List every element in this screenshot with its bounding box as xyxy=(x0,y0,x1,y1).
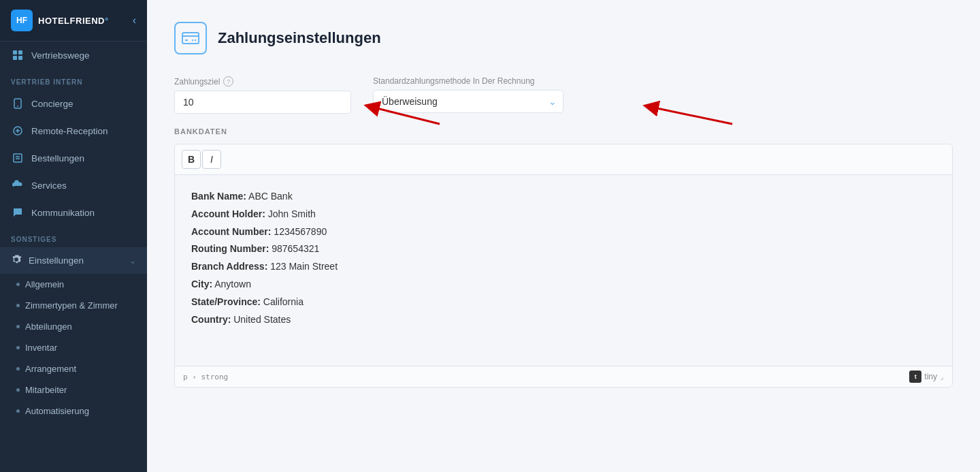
routing-number-line: Routing Number: 987654321 xyxy=(191,241,936,257)
sidebar-item-remote-label: Remote-Reception xyxy=(31,126,108,136)
routing-number-label: Routing Number: xyxy=(191,243,269,254)
city-line: City: Anytown xyxy=(191,277,936,293)
sub-inventar-label: Inventar xyxy=(25,343,57,353)
dot-icon xyxy=(16,388,20,392)
state-value: California xyxy=(263,296,304,307)
sidebar-sub-automatisierung[interactable]: Automatisierung xyxy=(0,400,147,422)
rte-footer: p › strong t tiny ⌟ xyxy=(175,366,952,387)
sub-automatisierung-label: Automatisierung xyxy=(25,406,89,416)
grid-icon xyxy=(11,48,24,62)
zahlungsmethode-group: Standardzahlungsmethode In Der Rechnung … xyxy=(373,76,564,114)
zahlungsziel-input[interactable] xyxy=(174,91,351,114)
bankdaten-label: BANKDATEN xyxy=(174,127,953,136)
sidebar-item-vertriebswege-label: Vertriebswege xyxy=(31,50,90,61)
branch-address-value: 123 Main Street xyxy=(270,261,338,272)
sub-allgemein-label: Allgemein xyxy=(25,279,64,289)
sidebar-item-kommunikation[interactable]: Kommunikation xyxy=(0,199,147,226)
remote-icon xyxy=(11,124,24,138)
dot-icon xyxy=(16,304,20,307)
logo-text: HOTELFRIEND° xyxy=(38,16,109,26)
list-icon xyxy=(11,151,24,165)
sub-zimmertypen-label: Zimmertypen & Zimmer xyxy=(25,300,118,311)
account-number-label: Account Number: xyxy=(191,226,271,237)
back-button[interactable]: ‹ xyxy=(133,14,136,27)
state-line: State/Province: California xyxy=(191,294,936,311)
sidebar-sub-inventar[interactable]: Inventar xyxy=(0,337,147,358)
sidebar-sub-arrangement[interactable]: Arrangement xyxy=(0,358,147,379)
dot-icon xyxy=(16,325,20,328)
page-title: Zahlungseinstellungen xyxy=(218,29,381,47)
sidebar-item-bestellungen[interactable]: Bestellungen xyxy=(0,144,147,172)
svg-rect-3 xyxy=(18,56,22,60)
zahlungsziel-info-icon[interactable]: ? xyxy=(223,76,233,86)
account-holder-value: John Smith xyxy=(268,208,316,219)
form-row-main: Zahlungsziel ? Standardzahlungsmethode I… xyxy=(174,76,953,114)
rte-path: p › strong xyxy=(183,373,228,381)
sidebar-sub-allgemein[interactable]: Allgemein xyxy=(0,274,147,295)
cloud-icon xyxy=(11,178,24,192)
rte-bold-button[interactable]: B xyxy=(182,150,201,169)
logo-icon: HF xyxy=(11,10,33,31)
country-label: Country: xyxy=(191,314,231,325)
sub-abteilungen-label: Abteilungen xyxy=(25,321,72,332)
rte-italic-button[interactable]: I xyxy=(202,150,221,169)
sub-arrangement-label: Arrangement xyxy=(25,364,76,374)
phone-icon xyxy=(11,97,24,110)
branch-address-line: Branch Address: 123 Main Street xyxy=(191,259,936,275)
city-value: Anytown xyxy=(214,279,251,289)
sidebar-item-remote-reception[interactable]: Remote-Reception xyxy=(0,117,147,144)
country-value: United States xyxy=(233,314,291,325)
sub-mitarbeiter-label: Mitarbeiter xyxy=(25,385,67,395)
sidebar-sub-mitarbeiter[interactable]: Mitarbeiter xyxy=(0,379,147,400)
chat-icon xyxy=(11,206,24,219)
svg-rect-0 xyxy=(13,50,17,54)
section-sonstiges-label: SONSTIGES xyxy=(0,226,147,247)
zahlungsziel-group: Zahlungsziel ? xyxy=(174,76,351,114)
bank-name-value: ABC Bank xyxy=(248,191,293,202)
rte-body[interactable]: Bank Name: ABC Bank Account Holder: John… xyxy=(175,175,952,366)
dot-icon xyxy=(16,409,20,413)
sidebar-item-services-label: Services xyxy=(31,180,67,191)
sidebar-item-services[interactable]: Services xyxy=(0,172,147,199)
svg-rect-7 xyxy=(14,154,22,162)
svg-rect-1 xyxy=(18,50,22,54)
svg-rect-8 xyxy=(182,33,199,44)
gear-icon xyxy=(11,254,22,267)
sidebar-item-einstellungen[interactable]: Einstellungen ⌄ xyxy=(0,247,147,274)
zahlungsziel-label: Zahlungsziel ? xyxy=(174,76,351,86)
svg-point-5 xyxy=(17,106,18,107)
zahlungsmethode-select-wrap: Überweisung Kreditkarte Bar PayPal ⌄ xyxy=(373,90,564,113)
country-line: Country: United States xyxy=(191,312,936,328)
svg-rect-2 xyxy=(13,56,17,60)
account-number-value: 1234567890 xyxy=(274,226,327,237)
sidebar-sub-zimmertypen[interactable]: Zimmertypen & Zimmer xyxy=(0,295,147,316)
dot-icon xyxy=(16,346,20,349)
dot-icon xyxy=(16,367,20,371)
section-intern-label: VERTRIEB INTERN xyxy=(0,69,147,90)
logo-area: HF HOTELFRIEND° xyxy=(11,10,109,31)
sidebar-item-kommunikation-label: Kommunikation xyxy=(31,208,95,218)
sidebar-item-vertriebswege[interactable]: Vertriebswege xyxy=(0,42,147,69)
sidebar-item-concierge-label: Concierge xyxy=(31,99,74,109)
account-holder-line: Account Holder: John Smith xyxy=(191,206,936,223)
rte-resize-handle[interactable]: ⌟ xyxy=(940,372,944,381)
zahlungsmethode-select[interactable]: Überweisung Kreditkarte Bar PayPal xyxy=(373,90,564,113)
state-label: State/Province: xyxy=(191,296,261,307)
rte-brand-label: tiny xyxy=(924,372,937,381)
sidebar-sub-abteilungen[interactable]: Abteilungen xyxy=(0,316,147,337)
account-holder-label: Account Holder: xyxy=(191,208,265,219)
main-content: Zahlungseinstellungen Zahlungsziel ? Sta… xyxy=(147,0,980,472)
dot-icon xyxy=(16,283,20,286)
bank-name-label: Bank Name: xyxy=(191,191,246,202)
account-number-line: Account Number: 1234567890 xyxy=(191,224,936,240)
tiny-icon: t xyxy=(909,371,921,383)
bankdaten-section: BANKDATEN B I Bank Name: ABC Bank Accoun… xyxy=(174,127,953,388)
rte-toolbar: B I xyxy=(175,144,952,175)
routing-number-value: 987654321 xyxy=(272,243,319,254)
chevron-down-icon: ⌄ xyxy=(129,256,136,266)
sidebar-header: HF HOTELFRIEND° ‹ xyxy=(0,0,147,42)
sidebar: HF HOTELFRIEND° ‹ Vertriebswege VERTRIEB… xyxy=(0,0,147,472)
sidebar-item-concierge[interactable]: Concierge xyxy=(0,90,147,117)
einstellungen-label: Einstellungen xyxy=(29,255,84,266)
city-label: City: xyxy=(191,279,212,289)
